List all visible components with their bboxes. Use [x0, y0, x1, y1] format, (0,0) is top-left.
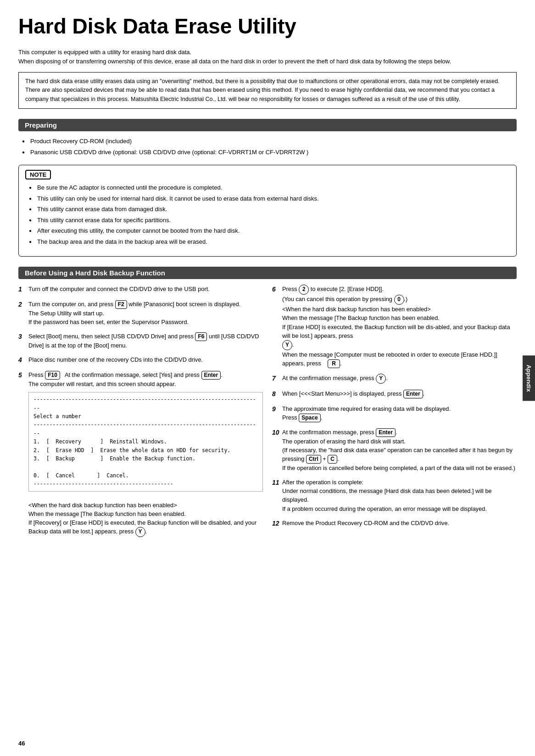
step-1-num: 1 — [18, 285, 28, 294]
step-12-num: 12 — [272, 519, 282, 528]
step-5-note: <When the hard disk backup function has … — [18, 501, 263, 538]
step-4-num: 4 — [18, 355, 28, 365]
step-12: 12 Remove the Product Recovery CD-ROM an… — [272, 519, 517, 528]
intro-line1: This computer is equipped with a utility… — [18, 48, 517, 57]
step-2-num: 2 — [18, 300, 28, 326]
note-item-5: After executing this utility, the comput… — [29, 226, 510, 235]
page-title: Hard Disk Data Erase Utility — [18, 14, 517, 39]
space-key: Space — [299, 414, 320, 422]
page-number: 46 — [18, 740, 25, 747]
preparing-item-2: Panasonic USB CD/DVD drive (optional: US… — [22, 148, 517, 157]
screen-title: Select a number — [33, 412, 258, 420]
right-column: 6 Press 2 to execute [2. [Erase HDD]]. (… — [272, 285, 517, 543]
section2-header: Before Using a Hard Disk Backup Function — [18, 267, 517, 279]
step-1-text: Turn off the computer and connect the CD… — [28, 285, 263, 294]
ctrl-key: Ctrl — [306, 455, 321, 464]
step-6-num: 6 — [272, 285, 282, 368]
intro-paragraph: This computer is equipped with a utility… — [18, 48, 517, 66]
step-7: 7 At the confirmation message, press Y. — [272, 374, 517, 384]
step-9-num: 9 — [272, 404, 282, 422]
enter-key-5: Enter — [201, 371, 221, 380]
appendix-tab: Appendix — [523, 355, 535, 401]
step-4-text: Place disc number one of the recovery CD… — [28, 355, 263, 365]
step-3-text: Select [Boot] menu, then select [USB CD/… — [28, 332, 263, 350]
step-6-text: Press 2 to execute [2. [Erase HDD]]. (Yo… — [282, 285, 517, 368]
page-footer: 46 — [18, 740, 25, 747]
screen-separator-1: ----------------------------------------… — [33, 395, 258, 412]
y-key-6: Y — [282, 340, 292, 350]
warning-box: The hard disk data erase utility erases … — [18, 72, 517, 109]
step-1: 1 Turn off the computer and connect the … — [18, 285, 263, 294]
note-item-6: The backup area and the data in the back… — [29, 237, 510, 246]
step-4: 4 Place disc number one of the recovery … — [18, 355, 263, 365]
preparing-section: Preparing Product Recovery CD-ROM (inclu… — [18, 119, 517, 157]
preparing-list: Product Recovery CD-ROM (included) Panas… — [18, 137, 517, 157]
note-box: NOTE Be sure the AC adaptor is connected… — [18, 165, 517, 257]
preparing-header: Preparing — [18, 119, 517, 131]
screen-blank — [33, 463, 258, 471]
f10-key: F10 — [45, 371, 60, 380]
note-list: Be sure the AC adaptor is connected unti… — [25, 183, 510, 246]
2-key: 2 — [299, 285, 309, 295]
step-5-note-text: <When the hard disk backup function has … — [28, 501, 263, 538]
f6-key: F6 — [195, 332, 207, 341]
step-5-note-num — [18, 501, 28, 538]
c-key: C — [328, 455, 337, 464]
step-11-num: 11 — [272, 478, 282, 513]
note-item-4: This utility cannot erase data for speci… — [29, 216, 510, 225]
step-12-text: Remove the Product Recovery CD-ROM and t… — [282, 519, 517, 528]
step-10-num: 10 — [272, 428, 282, 472]
step-9: 9 The approximate time required for eras… — [272, 404, 517, 422]
main-content: 1 Turn off the computer and connect the … — [18, 285, 517, 543]
note-label: NOTE — [25, 170, 51, 179]
step-3: 3 Select [Boot] menu, then select [USB C… — [18, 332, 263, 350]
y-key-7: Y — [376, 374, 386, 384]
step-5-num: 5 — [18, 370, 28, 495]
step-8: 8 When [<<<Start Menu>>>] is displayed, … — [272, 389, 517, 399]
y-key-5: Y — [135, 527, 145, 537]
step-11: 11 After the operation is complete: Unde… — [272, 478, 517, 513]
screen-cancel: 0. [ Cancel ] Cancel. — [33, 471, 258, 480]
step-8-text: When [<<<Start Menu>>>] is displayed, pr… — [282, 389, 517, 399]
screen-item-2: 2. [ Erase HDD ] Erase the whole data on… — [33, 446, 258, 454]
step-2-text: Turn the computer on, and press F2 while… — [28, 300, 263, 326]
enter-key-8: Enter — [403, 390, 423, 398]
left-column: 1 Turn off the computer and connect the … — [18, 285, 263, 543]
step-9-text: The approximate time required for erasin… — [282, 404, 517, 422]
f2-key: F2 — [115, 300, 127, 309]
screen-display: ----------------------------------------… — [28, 392, 263, 491]
step-5: 5 Press F10 At the confirmation message,… — [18, 370, 263, 495]
r-key: R — [328, 359, 340, 368]
step-5-text: Press F10 At the confirmation message, s… — [28, 370, 263, 495]
step-8-num: 8 — [272, 389, 282, 399]
screen-item-3: 3. [ Backup ] Enable the Backup function… — [33, 454, 258, 463]
intro-line2: When disposing of or transferring owners… — [18, 57, 517, 66]
0-key: 0 — [394, 295, 404, 305]
step-7-num: 7 — [272, 374, 282, 384]
note-item-3: This utility cannot erase data from dama… — [29, 205, 510, 214]
note-item-1: Be sure the AC adaptor is connected unti… — [29, 183, 510, 192]
screen-separator-3: ----------------------------------------… — [33, 480, 258, 488]
note-item-2: This utility can only be used for intern… — [29, 194, 510, 203]
step-11-text: After the operation is complete: Under n… — [282, 478, 517, 513]
step-7-text: At the confirmation message, press Y. — [282, 374, 517, 384]
step-6: 6 Press 2 to execute [2. [Erase HDD]]. (… — [272, 285, 517, 368]
step-10: 10 At the confirmation message, press En… — [272, 428, 517, 472]
enter-key-10: Enter — [376, 428, 396, 437]
preparing-item-1: Product Recovery CD-ROM (included) — [22, 137, 517, 146]
step-10-text: At the confirmation message, press Enter… — [282, 428, 517, 472]
step-2: 2 Turn the computer on, and press F2 whi… — [18, 300, 263, 326]
step-3-num: 3 — [18, 332, 28, 350]
screen-separator-2: ----------------------------------------… — [33, 420, 258, 437]
screen-item-1: 1. [ Recovery ] Reinstall Windows. — [33, 437, 258, 446]
